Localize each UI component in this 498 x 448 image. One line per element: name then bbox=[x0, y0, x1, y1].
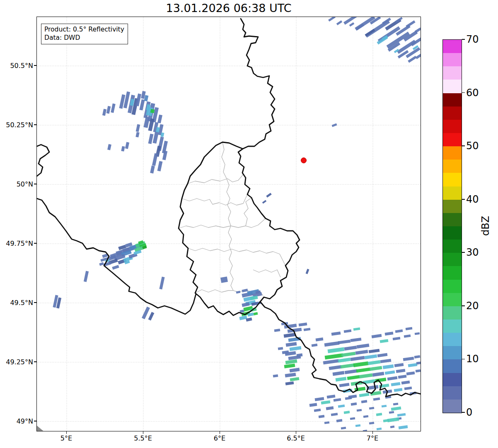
radar-echo bbox=[336, 377, 347, 382]
radar-echo bbox=[325, 353, 343, 359]
radar-echo bbox=[152, 153, 158, 166]
radar-echo bbox=[253, 312, 258, 315]
radar-echo bbox=[324, 341, 340, 347]
radar-echo bbox=[284, 363, 295, 368]
radar-echo bbox=[376, 413, 382, 416]
radar-echo bbox=[363, 415, 369, 418]
radar-echo bbox=[157, 161, 163, 171]
radar-echo bbox=[351, 356, 365, 361]
radar-echo bbox=[290, 368, 300, 372]
radar-echo bbox=[139, 99, 145, 110]
corner-border-fragment bbox=[37, 426, 44, 431]
radar-echo bbox=[299, 322, 307, 327]
radar-site-marker bbox=[301, 158, 307, 163]
radar-echo bbox=[359, 373, 373, 378]
radar-echo bbox=[341, 427, 346, 430]
radar-echo bbox=[380, 359, 392, 363]
colorbar-tick-label: 60 bbox=[466, 87, 479, 99]
radar-echo bbox=[403, 357, 414, 361]
radar-echo bbox=[285, 359, 297, 364]
country-border bbox=[179, 142, 300, 315]
radar-echo bbox=[159, 277, 164, 290]
x-tick-mark bbox=[66, 431, 67, 434]
radar-echo bbox=[416, 361, 421, 365]
radar-echo bbox=[372, 334, 382, 338]
colorbar-segment bbox=[443, 40, 462, 53]
colorbar-segment bbox=[443, 199, 462, 213]
radar-echo bbox=[326, 406, 334, 410]
canton-border bbox=[244, 198, 251, 226]
radar-echo bbox=[273, 374, 278, 378]
colorbar-unit-label: dBZ bbox=[480, 216, 491, 236]
colorbar-tick-mark bbox=[462, 92, 465, 93]
colorbar-segment bbox=[443, 53, 462, 67]
radar-echo bbox=[290, 346, 302, 351]
radar-map-canvas bbox=[37, 17, 421, 431]
radar-echo bbox=[393, 403, 399, 406]
colorbar-segment bbox=[443, 240, 462, 253]
radar-echo bbox=[284, 333, 296, 338]
radar-echo bbox=[306, 269, 309, 274]
colorbar-segment bbox=[443, 146, 462, 160]
colorbar-tick-label: 30 bbox=[466, 247, 479, 258]
colorbar-segment bbox=[443, 386, 462, 400]
radar-echo bbox=[142, 307, 150, 320]
radar-echo bbox=[319, 415, 325, 418]
radar-echo bbox=[368, 360, 381, 365]
canton-border bbox=[222, 142, 227, 179]
radar-echo bbox=[135, 132, 139, 137]
radar-echo bbox=[262, 200, 266, 203]
colorbar-segment bbox=[443, 399, 462, 413]
radar-echo bbox=[415, 27, 421, 33]
radar-echo bbox=[220, 276, 228, 283]
canton-border bbox=[188, 248, 285, 266]
colorbar-tick-label: 50 bbox=[466, 140, 479, 152]
radar-echo bbox=[239, 315, 247, 320]
colorbar-segment bbox=[443, 133, 462, 147]
radar-echo bbox=[329, 365, 342, 370]
radar-echo bbox=[359, 393, 370, 397]
radar-echo bbox=[290, 377, 300, 381]
radar-echo bbox=[236, 291, 241, 294]
radar-echo bbox=[349, 22, 355, 27]
radar-echo bbox=[401, 380, 410, 385]
x-tick-label: 5°E bbox=[60, 434, 72, 442]
colorbar-segment bbox=[443, 266, 462, 280]
radar-echo bbox=[398, 375, 407, 379]
colorbar-tick-label: 20 bbox=[466, 300, 479, 312]
colorbar-segment bbox=[443, 359, 462, 373]
radar-echo bbox=[107, 144, 111, 150]
colorbar bbox=[442, 39, 462, 413]
colorbar-segment bbox=[443, 226, 462, 240]
radar-echo bbox=[148, 133, 154, 144]
colorbar-tick-mark bbox=[462, 412, 465, 413]
radar-echo bbox=[416, 369, 421, 373]
radar-echo bbox=[327, 395, 336, 399]
colorbar-segment bbox=[443, 333, 462, 346]
y-tick-mark bbox=[34, 184, 36, 184]
radar-echo bbox=[112, 265, 119, 270]
radar-echo bbox=[394, 388, 403, 392]
radar-echo bbox=[148, 312, 155, 320]
colorbar-segment bbox=[443, 293, 462, 306]
radar-echo bbox=[369, 422, 375, 425]
radar-echo bbox=[415, 332, 420, 335]
colorbar-tick-mark bbox=[462, 252, 465, 253]
radar-echo bbox=[111, 104, 115, 113]
radar-echo bbox=[285, 381, 294, 385]
radar-echo bbox=[361, 400, 367, 403]
colorbar-segment bbox=[443, 80, 462, 93]
y-tick-mark bbox=[34, 243, 36, 243]
radar-echo bbox=[84, 271, 89, 282]
radar-echo bbox=[323, 359, 339, 364]
x-tick-mark bbox=[143, 431, 143, 434]
radar-echo bbox=[332, 124, 337, 127]
colorbar-segment bbox=[443, 186, 462, 200]
radar-echo bbox=[383, 364, 394, 369]
x-tick-label: 5.5°E bbox=[134, 434, 152, 442]
x-tick-mark bbox=[372, 431, 373, 434]
radar-echo bbox=[334, 398, 341, 402]
radar-echo bbox=[250, 295, 258, 300]
radar-echo bbox=[336, 419, 343, 422]
radar-echo bbox=[312, 344, 318, 347]
